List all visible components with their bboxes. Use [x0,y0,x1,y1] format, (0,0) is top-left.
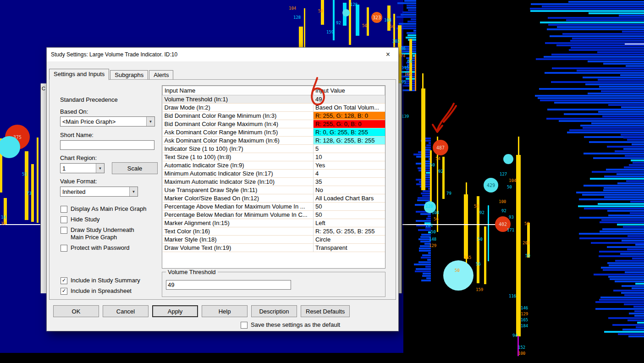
volume-profile-bar [620,74,644,76]
volume-profile-bar [584,208,644,209]
volume-number: 86 [401,47,406,51]
volume-profile-bar [559,120,644,122]
volume-profile-bar [628,336,644,337]
apply-button[interactable]: Apply [152,305,198,317]
table-row[interactable]: Percentage Above Median for Maximum Volu… [163,203,385,211]
volume-profile-bar [632,287,644,289]
candle-bar [4,198,7,225]
table-row[interactable]: Text Size (1 to 100) (In:8)10 [163,153,385,161]
checkbox-include-in-study-summary[interactable]: ✓Include in Study Summary [61,277,140,284]
volume-profile-bar [428,215,431,217]
volume-profile-bar [539,88,644,90]
table-row[interactable]: Ask Dominant Color Range Minimum (In:5)R… [163,128,385,137]
volume-profile-bar [414,264,431,265]
reset-defaults-button[interactable]: Reset Defaults [301,305,350,317]
column-header-input-name[interactable]: Input Name [163,86,314,95]
close-icon[interactable]: × [378,48,398,61]
table-row[interactable]: Volume Threshold (In:1)49 [163,95,385,104]
volume-profile-bar [557,26,644,28]
ok-button[interactable]: OK [53,305,99,317]
checkbox-group-summary: ✓Include in Study Summary✓Include in Spr… [61,277,140,298]
volume-profile-bar [627,319,644,321]
volume-number: 50 [430,163,435,167]
volume-profile-bar [607,262,644,264]
checkbox-box: ✓ [61,277,67,284]
tab-settings-and-inputs[interactable]: Settings and Inputs [49,69,109,80]
volume-profile-bar [590,178,644,180]
volume-profile-bar [625,271,644,273]
volume-profile-bar [608,276,644,278]
price-line [625,44,644,44]
volume-profile-bar [626,180,644,182]
checkbox-draw-study-underneath-main-price-graph[interactable]: Draw Study Underneath Main Price Graph [61,226,146,241]
help-button[interactable]: Help [202,305,248,317]
chevron-down-icon[interactable]: ▼ [146,117,154,126]
cancel-button[interactable]: Cancel [103,305,149,317]
volume-number: 139 [402,115,409,119]
checkbox-hide-study[interactable]: Hide Study [61,216,146,223]
volume-profile-bar [598,79,644,81]
table-row[interactable]: Draw Mode (In:2)Based On Total Volum... [163,104,385,112]
volume-profile-bar [600,221,644,223]
chart-region-dropdown[interactable]: 1 ▼ [60,163,105,173]
chevron-down-icon[interactable]: ▼ [129,187,138,196]
input-value-cell: Circle [314,236,385,244]
table-row[interactable]: Text Color (In:16)R: 255, G: 255, B: 255 [163,227,385,236]
checkbox-save-these-settings-as-the-default[interactable]: Save these settings as the default [241,321,340,329]
chevron-down-icon[interactable]: ▼ [96,164,104,173]
volume-number: 92 [336,21,341,25]
volume-bubble: 323 [371,12,382,23]
volume-number: 50 [474,204,479,209]
input-name-cell: Percentage Above Median for Maximum Volu… [163,203,314,211]
checkbox-label: Save these settings as the default [251,321,340,329]
table-row[interactable]: Marker Alignment (In:15)Left [163,219,385,227]
volume-number: 128 [425,204,433,209]
input-value-cell: R: 255, G: 0, B: 0 [314,120,385,128]
volume-threshold-group: Volume Threshold [162,272,385,297]
table-row[interactable]: Automatic Indicator Size (In:9)Yes [163,161,385,170]
table-row[interactable]: Indicator Size (1 to 100) (In:7)5 [163,145,385,153]
tab-alerts[interactable]: Alerts [149,70,173,80]
volume-profile-bar [635,283,644,285]
checkbox-box [61,206,67,213]
volume-profile-bar [547,109,644,110]
volume-threshold-group-label: Volume Threshold [166,269,218,275]
volume-number: 50 [525,254,530,258]
volume-number: 56 [434,217,439,221]
input-name-cell: Draw Volume Text (In:19) [163,244,314,252]
checkbox-include-in-spreadsheet[interactable]: ✓Include in Spreadsheet [61,287,140,295]
chart-region-value: 1 [61,165,96,172]
candle-bar [527,223,530,258]
checkbox-display-as-main-price-graph[interactable]: Display As Main Price Graph [61,205,146,213]
volume-profile-bar [629,313,644,314]
table-row[interactable]: Use Transparent Draw Style (In:11)No [163,186,385,194]
based-on-dropdown[interactable]: <Main Price Graph> ▼ [60,116,155,126]
volume-profile-bar [621,106,644,108]
table-row[interactable]: Percentage Below Median for Minimum Volu… [163,211,385,219]
volume-threshold-input[interactable] [166,280,291,290]
table-row[interactable]: Bid Dominant Color Range Minimum (In:3)R… [163,112,385,120]
volume-profile-bar [547,28,644,30]
table-row[interactable]: Marker Color/Size Based On (In:12)All Lo… [163,194,385,203]
column-header-input-value[interactable]: Input Value [314,86,385,95]
table-row[interactable]: Bid Dominant Color Range Maximum (In:4)R… [163,120,385,128]
input-value-cell: 4 [314,170,385,178]
volume-number: 92 [438,170,443,174]
table-row[interactable]: Minimum Automatic Indicator Size (In:17)… [163,170,385,178]
description-button[interactable]: Description [251,305,297,317]
checkbox-label: Include in Study Summary [71,277,140,284]
value-format-dropdown[interactable]: Inherited ▼ [60,187,138,197]
dialog-titlebar[interactable]: Study Settings: Large Volume Trade Indic… [47,48,398,61]
volume-profile-bar [601,267,644,269]
table-row[interactable]: Ask Dominant Color Range Maximum (In:6)R… [163,137,385,145]
volume-profile-bar [429,142,431,144]
checkbox-label: Protect with Password [71,244,130,252]
table-row[interactable]: Marker Style (In:18)Circle [163,236,385,244]
table-row[interactable]: Draw Volume Text (In:19)Transparent [163,244,385,252]
tab-subgraphs[interactable]: Subgraphs [110,70,148,80]
checkbox-protect-with-password[interactable]: Protect with Password [61,244,146,252]
scale-button[interactable]: Scale [112,162,158,174]
candle-bar [25,151,28,220]
table-row[interactable]: Maximum Automatic Indicator Size (In:10)… [163,178,385,186]
short-name-input[interactable] [60,140,154,150]
